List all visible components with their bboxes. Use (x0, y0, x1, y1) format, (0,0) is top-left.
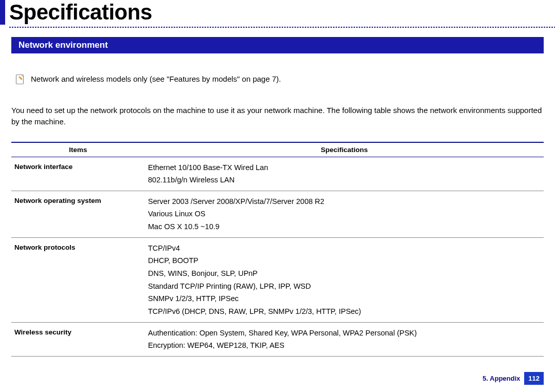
footer-page-number: 112 (524, 372, 544, 385)
spec-line: Mac OS X 10.5 ~10.9 (148, 222, 219, 231)
spec-line: TCP/IPv4 (148, 244, 180, 252)
spec-line: Server 2003 /Server 2008/XP/Vista/7/Serv… (148, 197, 324, 206)
spec-line: Ethernet 10/100 Base-TX Wired Lan (148, 163, 268, 172)
spec-line: SNMPv 1/2/3, HTTP, IPSec (148, 294, 238, 303)
row-item: Network operating system (11, 191, 145, 237)
spec-table-body: Network interface Ethernet 10/100 Base-T… (11, 157, 544, 356)
row-item: Wireless security (11, 322, 145, 356)
row-item: Network protocols (11, 237, 145, 322)
content-area: Network environment Network and wireless… (0, 37, 555, 357)
spec-line: DHCP, BOOTP (148, 256, 198, 265)
intro-paragraph: You need to set up the network protocols… (11, 105, 544, 127)
table-row: Network protocols TCP/IPv4 DHCP, BOOTP D… (11, 237, 544, 322)
row-spec: Authentication: Open System, Shared Key,… (145, 322, 544, 356)
table-header-items: Items (11, 142, 145, 157)
title-underline (9, 27, 555, 28)
table-row: Wireless security Authentication: Open S… (11, 322, 544, 356)
spec-line: Standard TCP/IP Printing (RAW), LPR, IPP… (148, 282, 311, 290)
section-heading: Network environment (11, 37, 544, 53)
row-spec: Ethernet 10/100 Base-TX Wired Lan 802.11… (145, 157, 544, 191)
table-row: Network interface Ethernet 10/100 Base-T… (11, 157, 544, 191)
footer: 5. Appendix 112 (483, 372, 544, 385)
note-row: Network and wireless models only (see "F… (11, 74, 544, 85)
page-title: Specifications (9, 0, 555, 25)
table-header-spec: Specifications (145, 142, 544, 157)
footer-chapter: 5. Appendix (483, 375, 520, 382)
note-text: Network and wireless models only (see "F… (31, 74, 281, 84)
spec-line: TCP/IPv6 (DHCP, DNS, RAW, LPR, SNMPv 1/2… (148, 307, 361, 315)
spec-line: Authentication: Open System, Shared Key,… (148, 329, 417, 337)
spec-table: Items Specifications Network interface E… (11, 142, 544, 357)
spec-line: 802.11b/g/n Wireless LAN (148, 176, 234, 184)
row-item: Network interface (11, 157, 145, 191)
note-icon (15, 74, 25, 85)
row-spec: TCP/IPv4 DHCP, BOOTP DNS, WINS, Bonjour,… (145, 237, 544, 322)
spec-line: Encryption: WEP64, WEP128, TKIP, AES (148, 341, 284, 349)
page-title-wrap: Specifications (0, 0, 555, 25)
spec-line: DNS, WINS, Bonjour, SLP, UPnP (148, 269, 257, 277)
table-row: Network operating system Server 2003 /Se… (11, 191, 544, 237)
spec-line: Various Linux OS (148, 210, 206, 218)
row-spec: Server 2003 /Server 2008/XP/Vista/7/Serv… (145, 191, 544, 237)
